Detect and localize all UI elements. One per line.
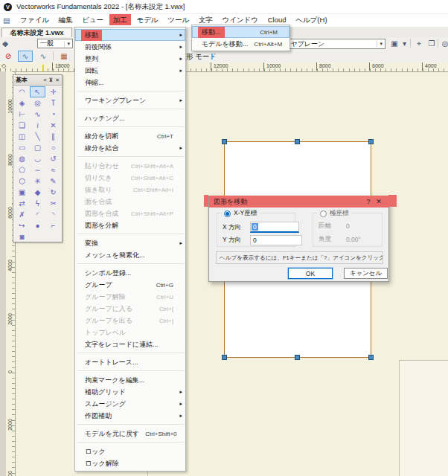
xy-radio[interactable] — [224, 210, 231, 217]
tool-circle[interactable]: ○ — [45, 142, 61, 153]
fit-to-page-button[interactable]: ❐ — [426, 39, 437, 48]
tool-rosette[interactable]: ✳ — [30, 176, 45, 187]
menubar-item[interactable]: Cloud — [264, 14, 290, 25]
menubar-item[interactable]: ツール — [164, 14, 193, 25]
cancel-button[interactable]: キャンセル — [344, 268, 388, 279]
selection-handle[interactable] — [295, 355, 300, 360]
selection-handle[interactable] — [222, 139, 227, 144]
ok-button[interactable]: OK — [288, 268, 333, 279]
selection-handle[interactable] — [368, 139, 374, 144]
help-icon[interactable]: ? — [363, 198, 374, 205]
menu-item[interactable]: 図形を分解 ▸ — [75, 219, 185, 231]
tool-mirror[interactable]: ⇄ — [14, 198, 30, 209]
tool-double-line[interactable]: ∥ — [45, 131, 61, 142]
tool-polyline[interactable]: ∿ — [30, 109, 45, 120]
menu-item[interactable]: 貼り合わせ Ctrl+Shift+Alt+A ▸ — [75, 160, 185, 172]
menu-item[interactable]: トップレベル ▸ — [75, 327, 185, 338]
menubar-item[interactable]: モデル — [132, 14, 161, 25]
menu-item[interactable]: 文字をレコードに連結... ▸ — [75, 338, 185, 350]
constraint-snap-icon[interactable]: ∞ — [0, 39, 10, 48]
menu-item[interactable]: 前後関係 ▸ — [75, 41, 185, 53]
snap-disabled-icon[interactable]: ⊘ — [3, 51, 13, 61]
saved-views-dropdown-icon[interactable]: ▾ — [401, 39, 408, 48]
menu-item[interactable]: グループ解除 Ctrl+U ▸ — [75, 291, 185, 303]
tool-spline[interactable]: ≈ — [45, 164, 61, 176]
menubar-item[interactable]: ファイル — [16, 14, 53, 25]
tool-text[interactable]: T — [45, 97, 61, 109]
document-tab[interactable]: 名称未設定 1.vwx — [1, 28, 72, 37]
tool-blob[interactable]: ● — [30, 220, 45, 231]
palette-menu-icon[interactable]: ≡ — [43, 77, 46, 83]
tool-delete-vertex[interactable]: ✕ — [45, 120, 61, 131]
menu-item[interactable]: 線分を切断 Ctrl+T ▸ — [75, 130, 185, 142]
tool-stamp[interactable]: ◙ — [14, 231, 30, 242]
menubar-item[interactable]: 文字 — [195, 14, 217, 25]
menubar-item[interactable]: ウインドウ — [218, 14, 262, 25]
menu-item[interactable]: シンボル登録... ▸ — [75, 267, 185, 279]
menu-item[interactable]: メッシュを簡素化... ▸ — [75, 249, 185, 261]
submenu-item[interactable]: 移動... Ctrl+M ▸ — [192, 26, 289, 38]
menu-item[interactable]: 整列 ▸ — [75, 53, 185, 65]
y-direction-input[interactable]: 0 — [250, 235, 302, 245]
tool-shear[interactable]: ϟ — [30, 198, 45, 209]
tool-3d-shape[interactable]: ◫ — [14, 131, 30, 142]
selection-handle[interactable] — [368, 355, 374, 360]
fit-to-objects-button[interactable]: ⌖ — [414, 39, 424, 48]
tool-arc-shape[interactable]: ◠ — [14, 86, 30, 97]
selection-handle[interactable] — [222, 355, 227, 360]
attribute-swatch-icon[interactable]: ▦ — [57, 51, 71, 62]
tool-freehand[interactable]: ∼ — [30, 164, 45, 176]
polar-radio[interactable] — [320, 210, 327, 217]
menu-item[interactable]: 切り欠き Ctrl+Shift+Alt+C ▸ — [75, 172, 185, 184]
menu-item[interactable]: グループに入る Ctrl+[ ▸ — [75, 303, 185, 315]
menubar-item[interactable]: 加工 — [109, 14, 131, 25]
menu-item[interactable]: 伸縮... ▸ — [75, 77, 185, 89]
menu-item[interactable]: 面を合成 ▸ — [75, 196, 185, 208]
tool-lasso[interactable]: ↺ — [45, 153, 61, 164]
menu-item[interactable]: 補助グリッド ▸ — [75, 386, 185, 398]
tool-freeform[interactable]: ≀ — [30, 120, 45, 131]
menu-item[interactable]: グループ Ctrl+G ▸ — [75, 279, 185, 291]
tool-extrude[interactable]: ◆ — [30, 187, 45, 198]
snap-grid-mode-button[interactable]: ∿ — [36, 51, 51, 62]
menu-item[interactable]: 図形を合成 Ctrl+Shift+Alt+P ▸ — [75, 208, 185, 219]
x-direction-input[interactable]: 0 — [250, 222, 299, 233]
menu-item[interactable]: 線分を結合 ▸ — [75, 142, 185, 154]
submenu-item[interactable]: モデルを移動... Ctrl+Alt+M ▸ — [192, 38, 289, 50]
tool-zoom[interactable]: ◎ — [30, 97, 45, 109]
menu-item[interactable]: スムージング ▸ — [75, 398, 185, 410]
tool-rotate[interactable]: ↻ — [45, 187, 61, 198]
tool-split[interactable]: ✗ — [14, 209, 30, 220]
menu-item[interactable]: ロック ▸ — [75, 446, 185, 457]
close-icon[interactable]: ✕ — [374, 198, 384, 205]
tool-viewport[interactable]: ▣ — [14, 187, 30, 198]
zoom-button[interactable]: ◎ — [440, 39, 448, 48]
menubar-item[interactable]: ヘルプ(H) — [292, 14, 330, 25]
selection-handle[interactable] — [295, 139, 300, 144]
tool-pipe[interactable]: ⌐ — [45, 220, 61, 231]
menu-item[interactable]: 変換 ▸ — [75, 237, 185, 249]
tool-selection[interactable]: ↖ — [30, 86, 45, 97]
tool-polygon[interactable]: ⬠ — [14, 164, 30, 176]
tool-dimension[interactable]: ⊢ — [14, 109, 30, 120]
menubar-item[interactable]: ビュー — [78, 14, 107, 25]
palette-title-bar[interactable]: 基本 ≡ ⊼ ✕ — [13, 75, 62, 86]
class-select[interactable]: 一般 ▾ — [37, 39, 73, 48]
tool-rectangle[interactable]: ▭ — [14, 142, 30, 153]
tool-quarter-arc[interactable]: ◡ — [30, 153, 45, 164]
tool-ellipse[interactable]: ◍ — [14, 153, 30, 164]
tool-hexagon[interactable]: ⬡ — [14, 176, 30, 187]
tool-paintbrush[interactable]: ✎ — [45, 176, 61, 187]
menu-item[interactable]: 拘束マークを編集... ▸ — [75, 374, 185, 386]
menu-item[interactable]: グループを出る Ctrl+] ▸ — [75, 315, 185, 327]
menu-item[interactable]: 作図補助 ▸ — [75, 410, 185, 422]
palette-pin-icon[interactable]: ⊼ — [48, 77, 53, 83]
menu-item[interactable]: 回転 ▸ — [75, 65, 185, 77]
tool-trim[interactable]: ✂ — [45, 198, 61, 209]
tool-callout[interactable]: ❏ — [14, 120, 30, 131]
layer-plane-select[interactable]: レイヤプレーン ▾ — [274, 39, 385, 49]
tool-offset[interactable]: ↪ — [14, 220, 30, 231]
dialog-title-bar[interactable]: 図形を移動 ? ✕ — [209, 196, 388, 208]
tool-line[interactable]: ╲ — [30, 131, 45, 142]
menubar-item[interactable]: 編集 — [55, 14, 77, 25]
